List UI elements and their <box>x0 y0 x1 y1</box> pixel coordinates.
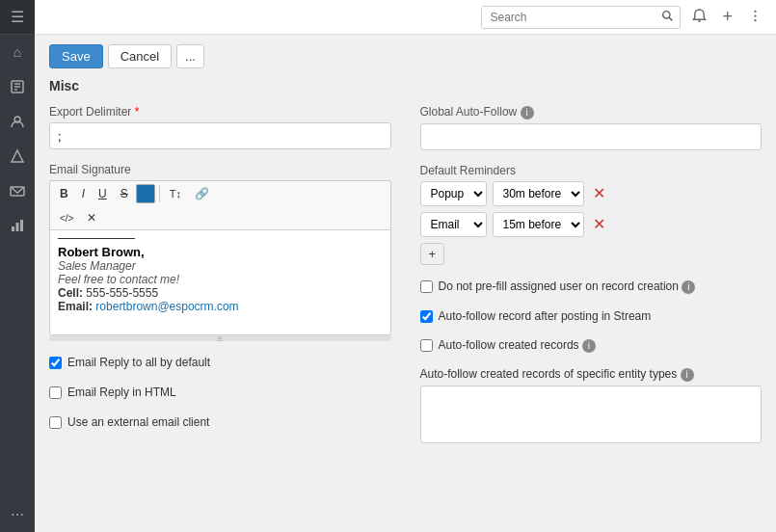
format-button[interactable]: T↕ <box>164 186 187 201</box>
content-area: Save Cancel ... Misc Export Delimiter * <box>35 35 776 532</box>
auto-follow-created-info-icon[interactable]: i <box>582 339 596 353</box>
auto-follow-stream-group: Auto-follow record after posting in Stre… <box>420 308 763 325</box>
search-button[interactable] <box>656 7 680 28</box>
email-reply-html-label: Email Reply in HTML <box>67 385 176 401</box>
export-delimiter-label: Export Delimiter * <box>49 105 391 119</box>
default-reminders-label: Default Reminders <box>420 164 763 177</box>
notifications-icon[interactable] <box>688 7 710 28</box>
global-auto-follow-label: Global Auto-Follow i <box>420 105 763 120</box>
auto-follow-created-group: Auto-follow created records i <box>420 337 763 354</box>
menu-icon[interactable] <box>744 7 766 28</box>
form-grid: Export Delimiter * Email Signature B I U <box>49 105 762 457</box>
svg-line-11 <box>670 17 673 20</box>
sidebar-item-emails[interactable] <box>0 173 35 208</box>
global-auto-follow-group: Global Auto-Follow i <box>420 105 763 150</box>
signature-editor: B I U S T↕ 🔗 </> ✕ <box>49 180 391 341</box>
sig-line <box>58 238 135 239</box>
sidebar-logo: ☰ <box>0 0 35 35</box>
svg-rect-9 <box>20 220 23 231</box>
svg-point-14 <box>754 14 756 16</box>
italic-button[interactable]: I <box>76 185 91 202</box>
editor-content[interactable]: Robert Brown, Sales Manager Feel free to… <box>49 229 391 335</box>
auto-follow-created-label: Auto-follow created records i <box>439 337 596 354</box>
sidebar: ☰ ⌂ ⋯ <box>0 0 35 532</box>
sidebar-item-home[interactable]: ⌂ <box>0 35 35 69</box>
sig-email: Email: robertbrown@espocrm.com <box>58 300 383 313</box>
cancel-button[interactable]: Cancel <box>108 44 172 68</box>
default-reminders-group: Default Reminders Popup Email 30m before… <box>420 164 763 265</box>
svg-point-13 <box>754 10 756 12</box>
sidebar-item-contacts[interactable] <box>0 104 35 139</box>
svg-marker-5 <box>12 150 23 162</box>
link-button[interactable]: 🔗 <box>189 185 215 202</box>
add-reminder-button[interactable]: + <box>420 243 445 265</box>
search-input[interactable] <box>482 7 656 28</box>
svg-point-15 <box>754 19 756 21</box>
sig-tagline: Feel free to contact me! <box>58 273 383 286</box>
svg-point-10 <box>663 11 670 17</box>
global-auto-follow-info-icon[interactable]: i <box>521 106 534 120</box>
underline-button[interactable]: U <box>93 185 113 202</box>
auto-follow-specific-input[interactable] <box>420 386 763 443</box>
separator <box>159 185 160 202</box>
sig-title: Sales Manager <box>58 259 383 273</box>
svg-rect-7 <box>12 226 14 231</box>
external-email-label: Use an external email client <box>67 414 209 431</box>
export-delimiter-group: Export Delimiter * <box>49 105 391 149</box>
email-reply-all-checkbox[interactable] <box>49 357 62 369</box>
sidebar-item-leads[interactable] <box>0 139 35 173</box>
main-area: + Save Cancel ... Misc Export Delimiter … <box>35 0 776 532</box>
editor-toolbar-row2: </> ✕ <box>49 206 391 229</box>
email-signature-label: Email Signature <box>49 163 391 176</box>
code-button[interactable]: </> <box>54 211 79 226</box>
reminder-remove-1[interactable]: ✕ <box>590 186 608 201</box>
sig-name: Robert Brown, <box>58 245 383 259</box>
do-not-prefill-info-icon[interactable]: i <box>682 280 695 294</box>
bold-button[interactable]: B <box>54 185 74 202</box>
external-email-group: Use an external email client <box>49 414 391 431</box>
do-not-prefill-group: Do not pre-fill assigned user on record … <box>420 279 763 295</box>
strikethrough-button[interactable]: S <box>115 185 134 202</box>
sidebar-item-more[interactable]: ⋯ <box>0 497 35 532</box>
clear-button[interactable]: ✕ <box>81 209 102 226</box>
auto-follow-specific-info-icon[interactable]: i <box>681 368 694 382</box>
auto-follow-specific-group: Auto-follow created records of specific … <box>420 367 763 443</box>
email-reply-all-label: Email Reply to all by default <box>67 355 210 371</box>
resize-handle[interactable] <box>49 335 391 341</box>
reminder-row-2: Email Popup 15m before 30m before 1h bef… <box>420 212 763 237</box>
add-icon[interactable]: + <box>718 5 736 29</box>
global-auto-follow-input[interactable] <box>420 123 763 150</box>
left-column: Export Delimiter * Email Signature B I U <box>49 105 391 457</box>
editor-toolbar-row1: B I U S T↕ 🔗 <box>49 180 391 206</box>
section-title: Misc <box>49 78 762 93</box>
sidebar-item-accounts[interactable] <box>0 69 35 104</box>
email-signature-group: Email Signature B I U S T↕ 🔗 <box>49 163 391 341</box>
email-reply-all-group: Email Reply to all by default <box>49 355 391 371</box>
auto-follow-created-checkbox[interactable] <box>420 339 433 352</box>
do-not-prefill-checkbox[interactable] <box>420 280 433 293</box>
form-toolbar: Save Cancel ... <box>49 44 762 68</box>
search-box[interactable] <box>481 6 681 29</box>
sidebar-item-reports[interactable] <box>0 208 35 243</box>
reminder-type-1[interactable]: Popup Email <box>420 181 487 206</box>
sig-cell: Cell: 555-555-5555 <box>58 286 383 300</box>
email-reply-html-checkbox[interactable] <box>49 386 62 399</box>
more-button[interactable]: ... <box>176 44 204 68</box>
auto-follow-specific-label: Auto-follow created records of specific … <box>420 367 678 381</box>
auto-follow-stream-label: Auto-follow record after posting in Stre… <box>439 308 652 325</box>
export-delimiter-input[interactable] <box>49 122 391 149</box>
reminder-time-2[interactable]: 15m before 30m before 1h before <box>493 212 584 237</box>
color-picker[interactable] <box>136 184 155 203</box>
reminder-time-1[interactable]: 30m before 15m before 1h before <box>493 181 584 206</box>
auto-follow-stream-checkbox[interactable] <box>420 310 433 323</box>
right-column: Global Auto-Follow i Default Reminders P… <box>420 105 763 457</box>
reminder-type-2[interactable]: Email Popup <box>420 212 487 237</box>
external-email-checkbox[interactable] <box>49 416 62 429</box>
sig-email-link[interactable]: robertbrown@espocrm.com <box>95 300 238 313</box>
svg-rect-8 <box>16 223 19 231</box>
reminder-remove-2[interactable]: ✕ <box>590 217 608 232</box>
reminder-row-1: Popup Email 30m before 15m before 1h bef… <box>420 181 763 206</box>
email-reply-html-group: Email Reply in HTML <box>49 385 391 401</box>
save-button[interactable]: Save <box>49 44 103 68</box>
topbar: + <box>35 0 776 35</box>
